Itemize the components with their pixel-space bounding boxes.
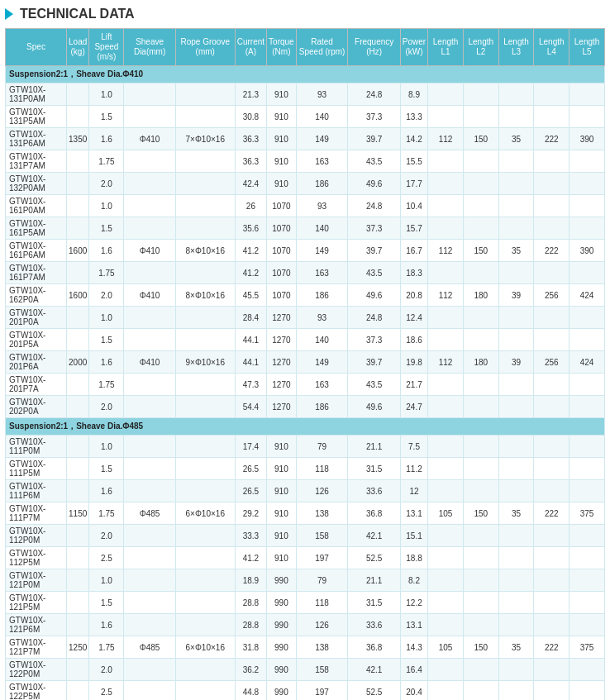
- cell-0-12-5: 44.1: [235, 351, 266, 374]
- cell-0-11-3: [124, 329, 175, 351]
- cell-0-0-12: [498, 83, 534, 106]
- cell-0-4-11: [463, 173, 498, 195]
- cell-0-2-5: 36.3: [235, 128, 266, 150]
- cell-0-1-13: [534, 106, 569, 128]
- cell-0-9-0: GTW10X-162P0A: [6, 284, 67, 307]
- cell-0-5-7: 93: [296, 195, 348, 217]
- cell-0-7-1: 1600: [67, 240, 89, 262]
- cell-0-14-3: [124, 396, 175, 418]
- cell-1-5-10: [428, 547, 464, 569]
- cell-1-1-4: [175, 458, 235, 480]
- cell-1-1-8: 31.5: [348, 458, 400, 480]
- cell-0-10-7: 93: [296, 307, 348, 329]
- cell-1-3-4: 6×Φ10×16: [175, 502, 235, 525]
- cell-0-9-5: 45.5: [235, 284, 266, 307]
- col-frequency: Frequency (Hz): [348, 29, 400, 66]
- cell-1-8-1: [67, 614, 89, 636]
- cell-0-9-9: 20.8: [400, 284, 427, 307]
- cell-0-11-11: [463, 329, 498, 351]
- cell-1-2-11: [463, 480, 498, 502]
- table-row: GTW10X-161P7AM1.7541.2107016343.518.3: [6, 262, 605, 284]
- cell-1-10-7: 158: [296, 659, 348, 681]
- cell-1-7-14: [569, 592, 605, 614]
- cell-0-1-8: 37.3: [348, 106, 400, 128]
- cell-0-8-4: [175, 262, 235, 284]
- cell-0-1-9: 13.3: [400, 106, 427, 128]
- cell-1-0-2: 1.0: [89, 436, 124, 458]
- cell-1-9-10: 105: [428, 636, 464, 659]
- cell-1-6-11: [463, 569, 498, 592]
- cell-0-1-6: 910: [267, 106, 297, 128]
- cell-0-0-4: [175, 83, 235, 106]
- col-rated-speed: Rated Speed (rpm): [296, 29, 348, 66]
- cell-0-12-11: 180: [463, 351, 498, 374]
- cell-1-9-12: 35: [498, 636, 534, 659]
- cell-1-11-9: 20.4: [400, 681, 427, 701]
- cell-0-7-2: 1.6: [89, 240, 124, 262]
- cell-0-10-0: GTW10X-201P0A: [6, 307, 67, 329]
- cell-1-3-13: 222: [534, 502, 569, 525]
- cell-0-14-2: 2.0: [89, 396, 124, 418]
- cell-0-8-3: [124, 262, 175, 284]
- cell-0-5-1: [67, 195, 89, 217]
- cell-1-2-6: 910: [267, 480, 297, 502]
- cell-0-10-3: [124, 307, 175, 329]
- cell-1-9-9: 14.3: [400, 636, 427, 659]
- cell-1-5-5: 41.2: [235, 547, 266, 569]
- col-load: Load(kg): [67, 29, 89, 66]
- cell-0-9-4: 8×Φ10×16: [175, 284, 235, 307]
- cell-0-13-12: [498, 374, 534, 396]
- cell-0-13-2: 1.75: [89, 374, 124, 396]
- cell-1-11-3: [124, 681, 175, 701]
- table-row: GTW10X-121P6M1.628.899012633.613.1: [6, 614, 605, 636]
- table-row: GTW10X-111P7M11501.75Φ4856×Φ10×1629.2910…: [6, 502, 605, 525]
- col-rope: Rope Groove (mm): [175, 29, 235, 66]
- table-row: GTW10X-201P7A1.7547.3127016343.521.7: [6, 374, 605, 396]
- cell-0-12-1: 2000: [67, 351, 89, 374]
- cell-1-8-12: [498, 614, 534, 636]
- cell-0-2-10: 112: [428, 128, 464, 150]
- cell-0-12-3: Φ410: [124, 351, 175, 374]
- cell-1-8-6: 990: [267, 614, 297, 636]
- cell-0-14-1: [67, 396, 89, 418]
- cell-1-1-7: 118: [296, 458, 348, 480]
- cell-0-2-13: 222: [534, 128, 569, 150]
- cell-1-2-0: GTW10X-111P6M: [6, 480, 67, 502]
- cell-0-13-0: GTW10X-201P7A: [6, 374, 67, 396]
- cell-0-3-11: [463, 150, 498, 173]
- title-row: TECHNICAL DATA: [5, 7, 605, 21]
- cell-1-2-3: [124, 480, 175, 502]
- table-row: GTW10X-161P6AM16001.6Φ4108×Φ10×1641.2107…: [6, 240, 605, 262]
- cell-1-7-3: [124, 592, 175, 614]
- cell-0-12-4: 9×Φ10×16: [175, 351, 235, 374]
- cell-0-5-12: [498, 195, 534, 217]
- cell-1-11-5: 44.8: [235, 681, 266, 701]
- col-l4: Length L4: [534, 29, 569, 66]
- cell-0-5-8: 24.8: [348, 195, 400, 217]
- cell-1-6-9: 8.2: [400, 569, 427, 592]
- cell-0-2-14: 390: [569, 128, 605, 150]
- cell-0-3-13: [534, 150, 569, 173]
- cell-1-3-6: 910: [267, 502, 297, 525]
- cell-1-7-10: [428, 592, 464, 614]
- technical-data-table: Spec Load(kg) Lift Speed(m/s) Sheave Dia…: [5, 28, 605, 700]
- cell-1-11-13: [534, 681, 569, 701]
- cell-0-2-12: 35: [498, 128, 534, 150]
- cell-0-14-12: [498, 396, 534, 418]
- cell-1-6-3: [124, 569, 175, 592]
- cell-0-7-9: 16.7: [400, 240, 427, 262]
- cell-0-8-12: [498, 262, 534, 284]
- cell-1-5-8: 52.5: [348, 547, 400, 569]
- cell-0-13-3: [124, 374, 175, 396]
- cell-0-14-5: 54.4: [235, 396, 266, 418]
- cell-0-3-5: 36.3: [235, 150, 266, 173]
- cell-0-5-3: [124, 195, 175, 217]
- cell-0-12-14: 424: [569, 351, 605, 374]
- cell-1-5-13: [534, 547, 569, 569]
- cell-0-5-5: 26: [235, 195, 266, 217]
- cell-0-3-8: 43.5: [348, 150, 400, 173]
- cell-0-9-12: 39: [498, 284, 534, 307]
- cell-1-10-4: [175, 659, 235, 681]
- cell-1-4-7: 158: [296, 525, 348, 547]
- cell-0-2-6: 910: [267, 128, 297, 150]
